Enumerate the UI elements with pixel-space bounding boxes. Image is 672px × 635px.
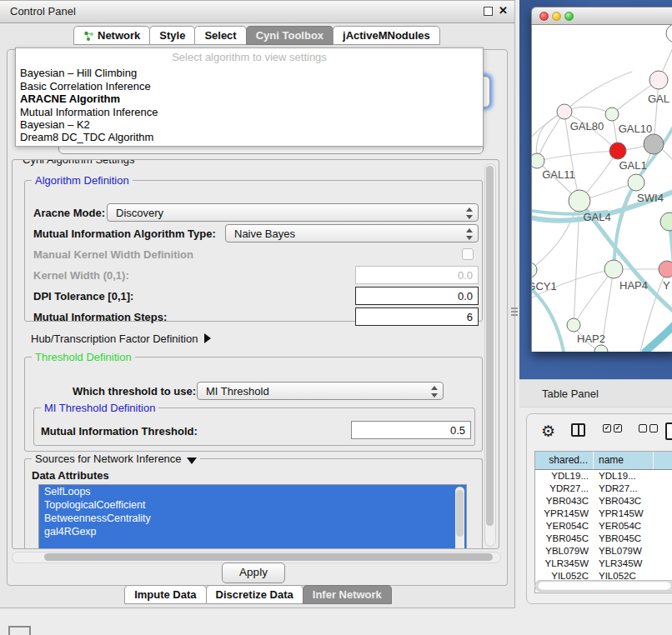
collapse-down-icon — [187, 458, 197, 464]
table-row[interactable]: YBR045CYBR045C9. — [535, 532, 672, 545]
network-edge[interactable] — [536, 112, 564, 161]
new-table-icon[interactable] — [665, 422, 672, 440]
close-traffic-light[interactable] — [539, 12, 549, 21]
zoom-traffic-light[interactable] — [564, 12, 574, 21]
tab-impute-data[interactable]: Impute Data — [124, 585, 206, 604]
tab-discretize-data[interactable]: Discretize Data — [206, 585, 303, 604]
manual-kernel-checkbox[interactable] — [462, 248, 474, 260]
hub-definition-expander[interactable]: Hub/Transcription Factor Definition — [31, 332, 211, 345]
table-panel-header[interactable]: Table Panel — [519, 379, 672, 408]
network-node-hap2[interactable] — [567, 318, 580, 332]
select-all-checkboxes-icon[interactable]: ✓✓ — [603, 424, 624, 439]
column-header[interactable]: shared... — [535, 452, 594, 469]
dropdown-item[interactable]: Mutual Information Inference — [20, 106, 158, 118]
aracne-mode-select[interactable]: Discovery — [107, 203, 479, 222]
network-node-swi4[interactable] — [628, 174, 644, 191]
scrollbar-thumb[interactable] — [44, 553, 493, 561]
network-node[interactable] — [666, 25, 672, 42]
tab-network[interactable]: Network — [73, 26, 150, 45]
close-icon[interactable]: ✕ — [499, 4, 508, 17]
dropdown-item[interactable]: Bayesian – K2 — [20, 118, 90, 131]
network-edge[interactable] — [537, 151, 618, 161]
control-panel-titlebar[interactable]: Control Panel ✕ — [0, 1, 514, 23]
network-node-gal80[interactable] — [557, 104, 572, 119]
network-node[interactable] — [594, 345, 608, 352]
network-node-gal[interactable] — [649, 71, 668, 89]
column-header[interactable]: name — [594, 452, 654, 469]
screen: Control Panel ✕ NetworkStyleSelectCyni T… — [0, 0, 672, 635]
network-edge[interactable] — [574, 269, 614, 325]
tab-infer-network[interactable]: Infer Network — [303, 585, 392, 604]
table-row[interactable]: YPR145WYPR145W9. — [535, 508, 672, 520]
scrollbar-thumb[interactable] — [538, 582, 671, 590]
tab-jactivemnodules[interactable]: jActiveMNodules — [333, 26, 440, 45]
mi-threshold-input[interactable]: 0.5 — [351, 421, 471, 439]
network-node[interactable] — [660, 212, 672, 231]
network-node-hap4[interactable] — [604, 260, 623, 278]
table-cell: 9. — [654, 558, 672, 570]
kernel-width-input[interactable]: 0.0 — [355, 266, 479, 284]
columns-icon[interactable] — [571, 423, 585, 437]
network-window-titlebar[interactable] — [531, 7, 672, 25]
table-row[interactable]: YBL079WYBL079W — [535, 545, 672, 558]
table-cell: 9. — [654, 508, 672, 520]
list-scrollbar[interactable] — [455, 487, 464, 549]
table-horizontal-scrollbar[interactable] — [534, 580, 672, 592]
table-row[interactable]: YBR043CYBR043C — [535, 495, 672, 508]
network-node[interactable] — [644, 134, 664, 154]
scrollbar-thumb[interactable] — [486, 166, 494, 526]
dropdown-item[interactable]: Dream8 DC_TDC Algorithm — [20, 131, 153, 143]
float-window-icon[interactable] — [484, 7, 493, 16]
settings-vertical-scrollbar[interactable] — [484, 163, 496, 547]
list-item[interactable]: SelfLoops — [39, 485, 466, 498]
panel-splitter-handle[interactable] — [511, 306, 518, 317]
data-attributes-list[interactable]: SelfLoops TopologicalCoefficient Between… — [38, 484, 467, 549]
dropdown-item-selected[interactable]: ARACNE Algorithm — [20, 92, 120, 105]
group-title: Threshold Definition — [32, 351, 135, 363]
tab-select[interactable]: Select — [194, 26, 246, 45]
mi-steps-input[interactable]: 6 — [355, 308, 479, 326]
list-item[interactable]: TopologicalCoefficient — [39, 498, 466, 512]
table-cell: 9. — [654, 532, 672, 545]
which-threshold-select[interactable]: MI Threshold — [197, 382, 444, 400]
table-row[interactable]: YLR345WYLR345W9. — [535, 558, 672, 570]
network-view[interactable]: GALGAL80GAL10GAL1GAL11SWI4GAL4GCY1HAP4YH… — [531, 25, 672, 352]
network-node-y[interactable] — [659, 261, 672, 278]
dropdown-item[interactable]: Bayesian – Hill Climbing — [20, 67, 137, 79]
cyni-algorithm-settings-group: Cyni Algorithm Settings Algorithm Defini… — [12, 159, 499, 549]
mi-algorithm-type-select[interactable]: Naive Bayes — [225, 224, 479, 242]
network-edge[interactable] — [614, 182, 636, 269]
dropdown-item[interactable]: Basic Correlation Inference — [20, 80, 151, 92]
scrollbar-thumb[interactable] — [456, 490, 464, 537]
network-edge[interactable] — [532, 285, 564, 352]
dpi-tolerance-input[interactable]: 0.0 — [355, 287, 479, 305]
tab-cyni-toolbox[interactable]: Cyni Toolbox — [246, 26, 333, 45]
table-cell: YBL079W — [594, 545, 654, 558]
list-item[interactable]: BetweennessCentrality — [39, 512, 466, 525]
network-node-gal4[interactable] — [569, 190, 590, 212]
tab-style[interactable]: Style — [149, 26, 195, 45]
network-node-gal1[interactable] — [609, 142, 626, 159]
column-header[interactable] — [654, 452, 672, 469]
table-cell: YLR345W — [535, 558, 594, 570]
gear-icon[interactable]: ⚙ — [541, 422, 555, 441]
deselect-all-checkboxes-icon[interactable] — [639, 424, 660, 439]
network-edge[interactable] — [537, 112, 564, 161]
list-item[interactable]: gal4RGexp — [39, 525, 466, 538]
minimize-traffic-light[interactable] — [552, 12, 561, 21]
table-row[interactable]: YDL19...YDL19...13 — [535, 470, 672, 482]
settings-horizontal-scrollbar[interactable] — [12, 552, 501, 563]
network-edge[interactable] — [564, 72, 632, 112]
network-view-window[interactable]: GALGAL80GAL10GAL1GAL11SWI4GAL4GCY1HAP4YH… — [531, 7, 672, 352]
network-node-gal10[interactable] — [605, 108, 619, 121]
network-node-gal11[interactable] — [532, 153, 544, 168]
attribute-table[interactable]: shared...name YDL19...YDL19...13YDR27...… — [534, 451, 672, 593]
apply-button[interactable]: Apply — [222, 562, 285, 583]
panel-corner-button[interactable] — [8, 626, 31, 635]
table-row[interactable]: YER054CYER054C8. — [535, 520, 672, 532]
sources-title[interactable]: Sources for Network Inference — [32, 452, 200, 465]
table-row[interactable]: YDR27...YDR27...12 — [535, 482, 672, 495]
table-cell: YBR043C — [594, 495, 654, 508]
mi-type-label: Mutual Information Algorithm Type: — [33, 228, 216, 240]
network-edge[interactable] — [645, 318, 672, 352]
